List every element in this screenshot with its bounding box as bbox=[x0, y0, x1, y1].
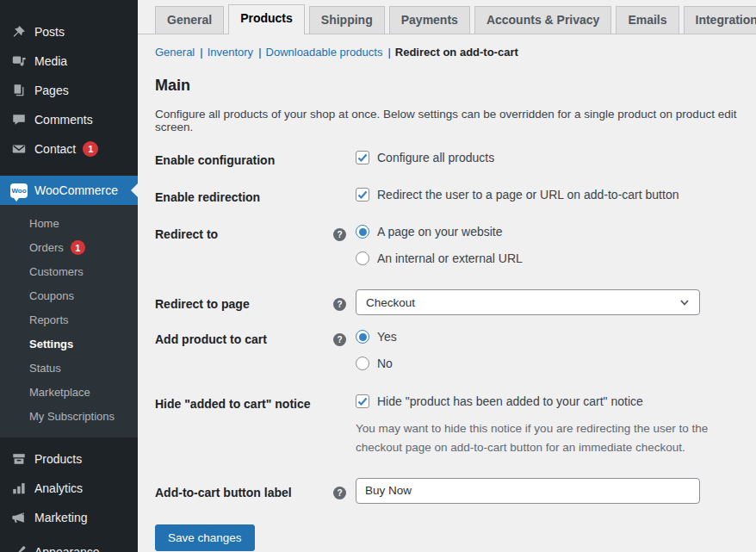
settings-tabs: General Products Shipping Payments Accou… bbox=[138, 0, 756, 34]
woocommerce-icon: Woo bbox=[10, 182, 28, 199]
checkbox-label: Configure all products bbox=[377, 151, 494, 164]
subnav-separator: | bbox=[200, 46, 202, 59]
enable-configuration-checkbox[interactable]: Configure all products bbox=[356, 151, 739, 164]
subnav-separator: | bbox=[258, 46, 261, 59]
hide-notice-checkbox[interactable]: Hide "product has been added to your car… bbox=[356, 394, 739, 408]
tab-integration[interactable]: Integration bbox=[684, 6, 756, 34]
tab-products[interactable]: Products bbox=[228, 4, 305, 34]
orders-count-badge: 1 bbox=[71, 240, 85, 255]
row-redirect-to: Redirect to ? A page on your website An … bbox=[155, 225, 739, 265]
checkbox-checked-icon[interactable] bbox=[356, 151, 369, 164]
sidebar-item-marketing[interactable]: Marketing bbox=[0, 503, 138, 532]
help-icon[interactable]: ? bbox=[333, 228, 346, 241]
submenu-item-my-subscriptions[interactable]: My Subscriptions bbox=[0, 405, 138, 429]
subnav-current-redirect-on-add-to-cart: Redirect on add-to-cart bbox=[395, 46, 518, 59]
megaphone-icon bbox=[10, 509, 28, 526]
menu-separator bbox=[0, 437, 138, 444]
tab-emails[interactable]: Emails bbox=[616, 6, 679, 34]
submenu-item-customers[interactable]: Customers bbox=[0, 260, 138, 284]
radio-selected-icon[interactable] bbox=[356, 330, 369, 344]
row-button-label: Add-to-cart button label ? bbox=[155, 478, 739, 504]
tab-accounts-privacy[interactable]: Accounts & Privacy bbox=[474, 6, 612, 34]
field-label: Enable redirection bbox=[155, 188, 333, 205]
select-value: Checkout bbox=[366, 296, 415, 309]
sidebar-item-posts[interactable]: Posts bbox=[0, 17, 138, 47]
sidebar-item-pages[interactable]: Pages bbox=[0, 76, 138, 105]
row-hide-notice: Hide "added to cart" notice Hide "produc… bbox=[155, 394, 739, 458]
field-label: Enable configuration bbox=[155, 151, 333, 168]
products-subnav: General|Inventory|Downloadable products|… bbox=[155, 46, 739, 59]
admin-sidebar: Posts Media Pages Comments Contact bbox=[0, 0, 138, 552]
sidebar-item-label: Analytics bbox=[34, 481, 83, 495]
add-to-cart-no-radio[interactable]: No bbox=[356, 357, 739, 370]
tab-payments[interactable]: Payments bbox=[389, 6, 470, 34]
sidebar-item-label: Contact bbox=[34, 142, 76, 156]
redirect-to-page-radio[interactable]: A page on your website bbox=[356, 225, 739, 239]
submenu-item-coupons[interactable]: Coupons bbox=[0, 284, 138, 308]
sidebar-item-label: Media bbox=[34, 54, 67, 68]
page-title: Main bbox=[155, 77, 739, 95]
settings-form: Enable configuration Configure all produ… bbox=[155, 151, 739, 551]
submenu-item-status[interactable]: Status bbox=[0, 357, 138, 381]
save-changes-button[interactable]: Save changes bbox=[155, 524, 255, 551]
submenu-item-orders[interactable]: Orders1 bbox=[0, 236, 138, 260]
button-label-input[interactable] bbox=[356, 478, 700, 504]
subnav-link-inventory[interactable]: Inventory bbox=[208, 46, 253, 59]
sidebar-item-analytics[interactable]: Analytics bbox=[0, 474, 138, 503]
radio-label: An internal or external URL bbox=[377, 251, 523, 265]
radio-selected-icon[interactable] bbox=[356, 225, 369, 239]
checkbox-label: Hide "product has been added to your car… bbox=[377, 394, 643, 408]
comment-icon bbox=[10, 111, 28, 128]
help-icon[interactable]: ? bbox=[333, 333, 346, 346]
field-label: Add-to-cart button label bbox=[155, 478, 333, 500]
redirect-to-url-radio[interactable]: An internal or external URL bbox=[356, 251, 739, 265]
radio-unselected-icon[interactable] bbox=[356, 357, 369, 370]
submenu-item-home[interactable]: Home bbox=[0, 212, 138, 236]
sidebar-item-media[interactable]: Media bbox=[0, 47, 138, 76]
sidebar-item-label: Comments bbox=[34, 113, 93, 127]
sidebar-item-woocommerce[interactable]: Woo WooCommerce bbox=[0, 176, 138, 205]
row-enable-configuration: Enable configuration Configure all produ… bbox=[155, 151, 739, 168]
field-label: Redirect to bbox=[155, 225, 333, 242]
row-add-product-to-cart: Add product to cart ? Yes No bbox=[155, 330, 739, 370]
mail-icon bbox=[10, 140, 28, 158]
media-icon bbox=[10, 53, 28, 70]
submenu-item-marketplace[interactable]: Marketplace bbox=[0, 381, 138, 405]
sidebar-item-comments[interactable]: Comments bbox=[0, 105, 138, 134]
field-label: Hide "added to cart" notice bbox=[155, 394, 333, 412]
sidebar-item-label: Pages bbox=[34, 84, 69, 97]
subnav-separator: | bbox=[387, 46, 390, 59]
tab-shipping[interactable]: Shipping bbox=[309, 6, 385, 34]
subnav-link-general[interactable]: General bbox=[155, 46, 195, 59]
add-to-cart-yes-radio[interactable]: Yes bbox=[356, 330, 739, 344]
help-icon[interactable]: ? bbox=[333, 298, 346, 311]
row-redirect-to-page: Redirect to page ? Checkout bbox=[155, 289, 739, 315]
radio-unselected-icon[interactable] bbox=[356, 251, 369, 265]
sidebar-item-contact[interactable]: Contact 1 bbox=[0, 134, 138, 164]
wordpress-admin-screen: Posts Media Pages Comments Contact bbox=[0, 0, 756, 552]
field-description: You may want to hide this notice if you … bbox=[356, 419, 734, 458]
submenu-item-reports[interactable]: Reports bbox=[0, 308, 138, 332]
enable-redirection-checkbox[interactable]: Redirect the user to a page or URL on ad… bbox=[356, 188, 739, 202]
contact-count-badge: 1 bbox=[83, 141, 98, 157]
checkbox-checked-icon[interactable] bbox=[356, 394, 369, 408]
redirect-page-select[interactable]: Checkout bbox=[356, 289, 700, 315]
sidebar-item-label: Posts bbox=[34, 25, 65, 39]
chevron-down-icon bbox=[679, 297, 690, 307]
sidebar-item-label: Products bbox=[34, 452, 82, 466]
sidebar-item-appearance[interactable]: Appearance bbox=[0, 537, 138, 552]
bar-chart-icon bbox=[10, 480, 28, 497]
help-icon[interactable]: ? bbox=[333, 487, 346, 499]
sidebar-item-products[interactable]: Products bbox=[0, 444, 138, 474]
page-description: Configure all products of your shop at o… bbox=[155, 108, 739, 133]
subnav-link-downloadable-products[interactable]: Downloadable products bbox=[266, 46, 383, 59]
sidebar-item-label: Marketing bbox=[34, 511, 87, 524]
checkbox-checked-icon[interactable] bbox=[356, 188, 369, 202]
row-enable-redirection: Enable redirection Redirect the user to … bbox=[155, 188, 739, 205]
tab-general[interactable]: General bbox=[155, 6, 224, 34]
field-label: Redirect to page bbox=[155, 289, 333, 312]
submenu-item-settings[interactable]: Settings bbox=[0, 332, 138, 357]
woocommerce-submenu: Home Orders1 Customers Coupons Reports S… bbox=[0, 205, 138, 437]
radio-label: Yes bbox=[377, 330, 397, 344]
menu-separator bbox=[0, 164, 138, 176]
